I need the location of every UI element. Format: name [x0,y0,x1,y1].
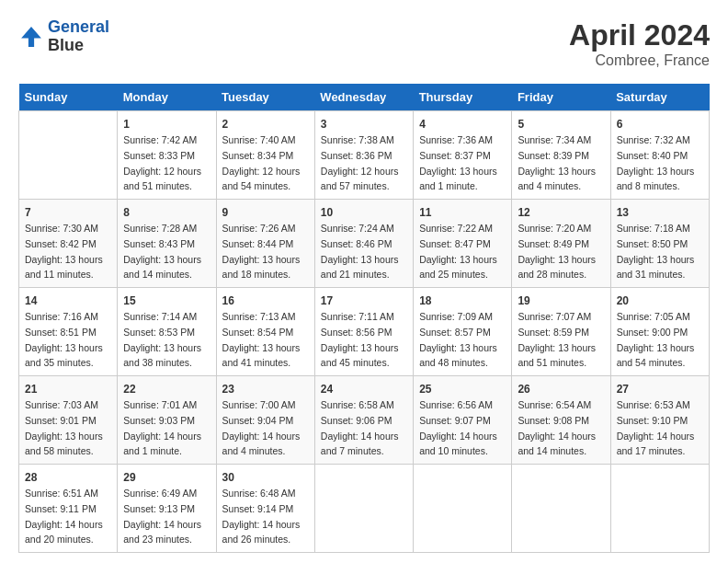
calendar-cell: 25Sunrise: 6:56 AMSunset: 9:07 PMDayligh… [414,376,512,465]
day-number: 29 [123,469,210,486]
calendar-cell: 15Sunrise: 7:14 AMSunset: 8:53 PMDayligh… [118,288,216,376]
page-title: April 2024 [569,18,710,52]
cell-detail: Sunrise: 6:51 AMSunset: 9:11 PMDaylight:… [25,488,103,545]
page-header: GeneralBlue April 2024 Combree, France [18,18,710,69]
cell-content: 6Sunrise: 7:32 AMSunset: 8:40 PMDaylight… [617,116,703,194]
cell-detail: Sunrise: 6:58 AMSunset: 9:06 PMDaylight:… [321,399,399,456]
cell-content: 4Sunrise: 7:36 AMSunset: 8:37 PMDaylight… [419,116,506,194]
day-number: 12 [518,204,604,221]
page-subtitle: Combree, France [569,52,710,69]
calendar-cell: 10Sunrise: 7:24 AMSunset: 8:46 PMDayligh… [314,200,413,288]
day-number: 19 [518,293,604,309]
cell-detail: Sunrise: 7:38 AMSunset: 8:36 PMDaylight:… [321,134,399,191]
calendar-cell: 23Sunrise: 7:00 AMSunset: 9:04 PMDayligh… [216,376,314,465]
calendar-cell: 3Sunrise: 7:38 AMSunset: 8:36 PMDaylight… [314,111,413,200]
cell-content: 16Sunrise: 7:13 AMSunset: 8:54 PMDayligh… [222,293,309,371]
day-number: 13 [617,204,703,221]
calendar-cell: 1Sunrise: 7:42 AMSunset: 8:33 PMDaylight… [118,111,216,200]
cell-detail: Sunrise: 7:40 AMSunset: 8:34 PMDaylight:… [222,134,301,191]
cell-detail: Sunrise: 7:11 AMSunset: 8:56 PMDaylight:… [321,311,399,368]
calendar-cell: 7Sunrise: 7:30 AMSunset: 8:42 PMDaylight… [19,200,118,288]
cell-content: 13Sunrise: 7:18 AMSunset: 8:50 PMDayligh… [617,204,703,282]
day-number: 10 [321,204,407,221]
cell-detail: Sunrise: 7:24 AMSunset: 8:46 PMDaylight:… [321,223,399,280]
calendar-cell: 9Sunrise: 7:26 AMSunset: 8:44 PMDaylight… [216,200,314,288]
cell-detail: Sunrise: 6:54 AMSunset: 9:08 PMDaylight:… [518,399,596,456]
cell-detail: Sunrise: 6:53 AMSunset: 9:10 PMDaylight:… [617,399,695,456]
calendar-cell: 27Sunrise: 6:53 AMSunset: 9:10 PMDayligh… [610,376,709,465]
calendar-cell [19,111,118,200]
cell-detail: Sunrise: 7:42 AMSunset: 8:33 PMDaylight:… [123,134,201,191]
calendar-cell: 18Sunrise: 7:09 AMSunset: 8:57 PMDayligh… [414,288,512,376]
cell-detail: Sunrise: 7:01 AMSunset: 9:03 PMDaylight:… [123,399,201,456]
day-number: 4 [419,116,506,132]
cell-content: 5Sunrise: 7:34 AMSunset: 8:39 PMDaylight… [518,116,604,194]
cell-content: 7Sunrise: 7:30 AMSunset: 8:42 PMDaylight… [25,204,111,282]
cell-content: 26Sunrise: 6:54 AMSunset: 9:08 PMDayligh… [518,381,604,459]
calendar-week-row: 7Sunrise: 7:30 AMSunset: 8:42 PMDaylight… [19,200,710,288]
day-number: 20 [617,293,703,309]
calendar-week-row: 28Sunrise: 6:51 AMSunset: 9:11 PMDayligh… [19,465,710,553]
calendar-week-row: 14Sunrise: 7:16 AMSunset: 8:51 PMDayligh… [19,288,710,376]
calendar-cell: 4Sunrise: 7:36 AMSunset: 8:37 PMDaylight… [414,111,512,200]
cell-content: 29Sunrise: 6:49 AMSunset: 9:13 PMDayligh… [123,469,210,547]
cell-detail: Sunrise: 7:30 AMSunset: 8:42 PMDaylight:… [25,223,103,280]
cell-content: 27Sunrise: 6:53 AMSunset: 9:10 PMDayligh… [617,381,703,459]
calendar-cell: 30Sunrise: 6:48 AMSunset: 9:14 PMDayligh… [216,465,314,553]
cell-detail: Sunrise: 7:09 AMSunset: 8:57 PMDaylight:… [419,311,497,368]
cell-detail: Sunrise: 7:34 AMSunset: 8:39 PMDaylight:… [518,134,596,191]
cell-detail: Sunrise: 7:20 AMSunset: 8:49 PMDaylight:… [518,223,596,280]
day-number: 5 [518,116,604,132]
day-number: 9 [222,204,309,221]
cell-content: 12Sunrise: 7:20 AMSunset: 8:49 PMDayligh… [518,204,604,282]
cell-detail: Sunrise: 7:05 AMSunset: 9:00 PMDaylight:… [617,311,695,368]
calendar-cell: 24Sunrise: 6:58 AMSunset: 9:06 PMDayligh… [314,376,413,465]
day-number: 24 [321,381,407,397]
day-number: 6 [617,116,703,132]
calendar-cell: 8Sunrise: 7:28 AMSunset: 8:43 PMDaylight… [118,200,216,288]
cell-detail: Sunrise: 6:49 AMSunset: 9:13 PMDaylight:… [123,488,201,545]
calendar-header-cell: Tuesday [216,84,314,111]
calendar-cell: 5Sunrise: 7:34 AMSunset: 8:39 PMDaylight… [512,111,610,200]
calendar-cell: 21Sunrise: 7:03 AMSunset: 9:01 PMDayligh… [19,376,118,465]
cell-detail: Sunrise: 6:48 AMSunset: 9:14 PMDaylight:… [222,488,301,545]
cell-content: 28Sunrise: 6:51 AMSunset: 9:11 PMDayligh… [25,469,111,547]
cell-detail: Sunrise: 7:14 AMSunset: 8:53 PMDaylight:… [123,311,201,368]
cell-content: 21Sunrise: 7:03 AMSunset: 9:01 PMDayligh… [25,381,111,459]
cell-detail: Sunrise: 7:16 AMSunset: 8:51 PMDaylight:… [25,311,103,368]
calendar-header-cell: Thursday [414,84,512,111]
cell-content: 2Sunrise: 7:40 AMSunset: 8:34 PMDaylight… [222,116,309,194]
logo-text: GeneralBlue [48,18,109,55]
day-number: 14 [25,293,111,309]
cell-detail: Sunrise: 6:56 AMSunset: 9:07 PMDaylight:… [419,399,497,456]
day-number: 8 [123,204,210,221]
cell-content: 8Sunrise: 7:28 AMSunset: 8:43 PMDaylight… [123,204,210,282]
title-block: April 2024 Combree, France [569,18,710,69]
calendar-week-row: 21Sunrise: 7:03 AMSunset: 9:01 PMDayligh… [19,376,710,465]
calendar-cell: 2Sunrise: 7:40 AMSunset: 8:34 PMDaylight… [216,111,314,200]
day-number: 1 [123,116,210,132]
cell-content: 14Sunrise: 7:16 AMSunset: 8:51 PMDayligh… [25,293,111,371]
cell-detail: Sunrise: 7:18 AMSunset: 8:50 PMDaylight:… [617,223,695,280]
day-number: 7 [25,204,111,221]
calendar-header-row: SundayMondayTuesdayWednesdayThursdayFrid… [19,84,710,111]
calendar-table: SundayMondayTuesdayWednesdayThursdayFrid… [18,84,710,553]
svg-marker-0 [21,27,41,47]
calendar-cell [314,465,413,553]
day-number: 28 [25,469,111,486]
calendar-cell: 14Sunrise: 7:16 AMSunset: 8:51 PMDayligh… [19,288,118,376]
cell-detail: Sunrise: 7:13 AMSunset: 8:54 PMDaylight:… [222,311,301,368]
cell-content: 24Sunrise: 6:58 AMSunset: 9:06 PMDayligh… [321,381,407,459]
calendar-cell: 22Sunrise: 7:01 AMSunset: 9:03 PMDayligh… [118,376,216,465]
day-number: 25 [419,381,506,397]
cell-detail: Sunrise: 7:07 AMSunset: 8:59 PMDaylight:… [518,311,596,368]
day-number: 16 [222,293,309,309]
day-number: 11 [419,204,506,221]
calendar-cell [512,465,610,553]
calendar-cell: 16Sunrise: 7:13 AMSunset: 8:54 PMDayligh… [216,288,314,376]
cell-detail: Sunrise: 7:32 AMSunset: 8:40 PMDaylight:… [617,134,695,191]
calendar-cell: 17Sunrise: 7:11 AMSunset: 8:56 PMDayligh… [314,288,413,376]
calendar-cell: 26Sunrise: 6:54 AMSunset: 9:08 PMDayligh… [512,376,610,465]
day-number: 22 [123,381,210,397]
day-number: 18 [419,293,506,309]
